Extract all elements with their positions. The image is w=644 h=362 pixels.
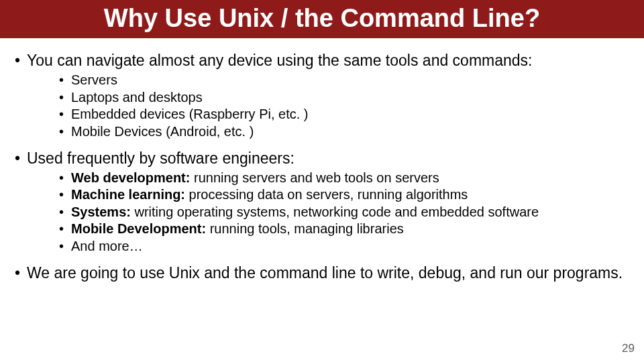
page-number: 29 xyxy=(622,342,635,355)
bullet-1-text: You can navigate almost any device using… xyxy=(27,52,533,69)
bullet-2-text: Used frequently by software engineers: xyxy=(27,149,294,167)
list-item: Embedded devices (Raspberry Pi, etc. ) xyxy=(59,107,632,123)
bullet-3: We are going to use Unix and the command… xyxy=(12,264,632,282)
title-bar: Why Use Unix / the Command Line? xyxy=(0,0,644,38)
sub-bold: Systems: xyxy=(71,204,131,219)
slide-body: You can navigate almost any device using… xyxy=(0,38,644,282)
list-item: Machine learning: processing data on ser… xyxy=(59,187,632,203)
sub-rest: running tools, managing libraries xyxy=(206,221,404,236)
sub-bold: Mobile Development: xyxy=(71,221,206,236)
list-item: Laptops and desktops xyxy=(59,90,632,106)
bullet-2-sublist: Web development: running servers and web… xyxy=(27,170,632,255)
list-item: And more… xyxy=(59,239,632,255)
sub-rest: running servers and web tools on servers xyxy=(190,170,439,185)
sub-bold: Machine learning: xyxy=(71,187,185,202)
bullet-1: You can navigate almost any device using… xyxy=(12,52,632,140)
sub-rest: writing operating systems, networking co… xyxy=(131,204,539,219)
bullet-3-text: We are going to use Unix and the command… xyxy=(27,264,623,282)
bullet-1-sublist: Servers Laptops and desktops Embedded de… xyxy=(27,72,632,139)
list-item: Web development: running servers and web… xyxy=(59,170,632,186)
list-item: Systems: writing operating systems, netw… xyxy=(59,204,632,221)
sub-bold: Web development: xyxy=(71,170,190,185)
sub-rest: processing data on servers, running algo… xyxy=(185,187,468,202)
bullet-list: You can navigate almost any device using… xyxy=(12,52,632,282)
list-item: Servers xyxy=(59,72,632,88)
list-item: Mobile Development: running tools, manag… xyxy=(59,221,632,237)
bullet-2: Used frequently by software engineers: W… xyxy=(12,149,632,255)
list-item: Mobile Devices (Android, etc. ) xyxy=(59,124,632,140)
slide-title: Why Use Unix / the Command Line? xyxy=(0,4,644,33)
